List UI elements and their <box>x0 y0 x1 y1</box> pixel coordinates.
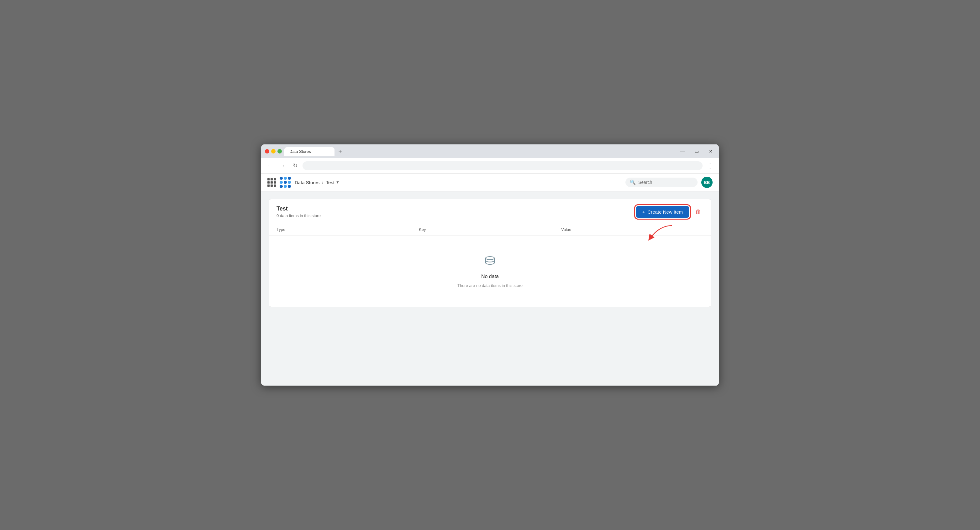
title-bar-actions: — ▭ ✕ <box>678 148 715 155</box>
apps-icon[interactable] <box>267 178 276 187</box>
search-input[interactable] <box>638 180 693 185</box>
column-type: Type <box>277 227 419 232</box>
title-bar: Data Stores + — ▭ ✕ <box>261 144 719 158</box>
empty-title: No data <box>481 274 499 279</box>
store-title: Test <box>277 205 321 212</box>
card-actions: + Create New Item 🗑 <box>636 206 703 218</box>
card-title-section: Test 0 data items in this store <box>277 205 321 218</box>
user-initials: BB <box>704 180 710 185</box>
main-content: Test 0 data items in this store + Create… <box>261 191 719 386</box>
app-logo <box>280 177 291 188</box>
create-new-item-button[interactable]: + Create New Item <box>636 206 689 218</box>
browser-tab-active[interactable]: Data Stores <box>284 147 334 156</box>
empty-state: No data There are no data items in this … <box>269 236 711 307</box>
breadcrumb-data-stores[interactable]: Data Stores <box>295 180 320 185</box>
svg-point-0 <box>485 257 495 260</box>
breadcrumb-separator: / <box>322 180 323 185</box>
plus-icon: + <box>642 209 645 214</box>
column-key: Key <box>419 227 561 232</box>
back-button[interactable]: ← <box>265 161 275 171</box>
window-controls <box>265 149 282 154</box>
forward-button[interactable]: → <box>277 161 288 171</box>
card-header: Test 0 data items in this store + Create… <box>269 199 711 223</box>
reload-button[interactable]: ↻ <box>290 161 300 171</box>
database-icon <box>484 255 496 270</box>
minimize-button[interactable]: — <box>678 148 687 155</box>
search-icon: 🔍 <box>630 179 636 185</box>
chevron-down-icon: ▼ <box>336 180 339 184</box>
delete-store-button[interactable]: 🗑 <box>693 206 703 218</box>
nav-more-button[interactable]: ⋮ <box>705 161 715 171</box>
column-value: Value <box>561 227 703 232</box>
store-subtitle: 0 data items in this store <box>277 213 321 218</box>
data-store-card: Test 0 data items in this store + Create… <box>269 199 711 307</box>
browser-window: Data Stores + — ▭ ✕ ← → ↻ ⋮ <box>261 144 719 386</box>
new-tab-button[interactable]: + <box>336 147 345 156</box>
logo-dots <box>280 177 291 188</box>
create-btn-label: Create New Item <box>648 209 683 214</box>
current-store-label: Test <box>326 180 334 185</box>
user-avatar[interactable]: BB <box>701 177 713 188</box>
search-bar: 🔍 <box>625 178 698 187</box>
breadcrumb: Data Stores / Test ▼ <box>295 180 339 185</box>
empty-subtitle: There are no data items in this store <box>457 283 523 288</box>
breadcrumb-current[interactable]: Test ▼ <box>326 180 339 185</box>
tab-bar: Data Stores + <box>284 147 675 156</box>
restore-button[interactable]: ▭ <box>692 148 701 155</box>
nav-bar: ← → ↻ ⋮ <box>261 158 719 173</box>
minimize-window-button[interactable] <box>271 149 275 154</box>
close-button[interactable]: ✕ <box>706 148 715 155</box>
maximize-window-button[interactable] <box>277 149 282 154</box>
tab-label: Data Stores <box>290 149 311 154</box>
app-header: Data Stores / Test ▼ 🔍 BB <box>261 173 719 191</box>
table-header: Type Key Value <box>269 223 711 236</box>
trash-icon: 🗑 <box>695 209 701 215</box>
url-bar[interactable] <box>302 161 703 170</box>
close-window-button[interactable] <box>265 149 269 154</box>
